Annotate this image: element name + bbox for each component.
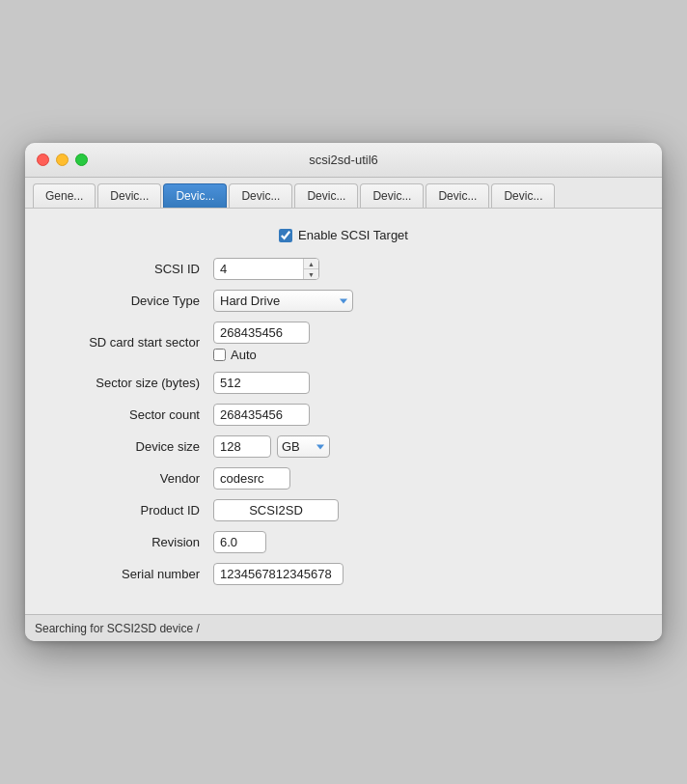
sector-count-label: Sector count [64, 407, 213, 422]
tab-device-4[interactable]: Devic... [294, 183, 358, 208]
close-button[interactable] [37, 154, 49, 166]
vendor-row: Vendor [64, 467, 623, 490]
scsi-id-label: SCSI ID [64, 262, 213, 276]
revision-input[interactable] [213, 531, 266, 553]
tab-device-5[interactable]: Devic... [360, 183, 424, 208]
sector-count-input[interactable] [213, 404, 310, 426]
vendor-input[interactable] [213, 467, 290, 490]
scsi-id-row: SCSI ID ▲ ▼ [64, 258, 623, 280]
enable-row: Enable SCSI Target [64, 228, 623, 242]
main-window: scsi2sd-util6 Gene... Devic... Devic... … [25, 143, 662, 641]
device-type-row: Device Type Hard Drive Removable CDROM F… [64, 290, 623, 312]
tab-device-6[interactable]: Devic... [426, 183, 489, 208]
device-type-label: Device Type [64, 294, 213, 308]
scsi-id-down-arrow[interactable]: ▼ [304, 269, 318, 279]
enable-scsi-target-label: Enable SCSI Target [298, 228, 408, 242]
device-type-select-wrapper: Hard Drive Removable CDROM Floppy [213, 290, 353, 312]
product-id-input[interactable] [213, 499, 339, 521]
sector-size-label: Sector size (bytes) [64, 376, 213, 390]
device-size-unit-select[interactable]: MB GB [277, 435, 330, 458]
serial-number-label: Serial number [64, 567, 213, 581]
vendor-label: Vendor [64, 471, 213, 486]
status-text: Searching for SCSI2SD device / [35, 622, 200, 635]
scsi-id-up-arrow[interactable]: ▲ [304, 259, 318, 269]
serial-number-row: Serial number [64, 563, 623, 585]
device-size-input[interactable] [213, 435, 271, 458]
serial-number-input[interactable] [213, 563, 344, 585]
sd-sector-col: Auto [213, 322, 310, 362]
title-bar: scsi2sd-util6 [25, 143, 662, 178]
unit-select-wrapper: MB GB [277, 435, 330, 458]
revision-label: Revision [64, 535, 213, 549]
tab-device-7[interactable]: Devic... [491, 183, 555, 208]
scsi-id-stepper[interactable]: ▲ ▼ [303, 259, 318, 279]
scsi-id-wrapper: ▲ ▼ [213, 258, 319, 280]
sector-count-row: Sector count [64, 404, 623, 426]
status-bar: Searching for SCSI2SD device / [25, 614, 662, 641]
device-size-label: Device size [64, 439, 213, 454]
tab-general[interactable]: Gene... [33, 183, 96, 208]
auto-row: Auto [213, 348, 310, 362]
maximize-button[interactable] [75, 154, 88, 166]
sector-size-input[interactable] [213, 372, 310, 394]
tab-device-3[interactable]: Devic... [229, 183, 292, 208]
device-type-select[interactable]: Hard Drive Removable CDROM Floppy [213, 290, 353, 312]
tab-device-2[interactable]: Devic... [163, 183, 227, 208]
auto-checkbox[interactable] [213, 349, 226, 361]
revision-row: Revision [64, 531, 623, 553]
product-id-label: Product ID [64, 503, 213, 518]
sd-sector-label: SD card start sector [64, 335, 213, 350]
product-id-row: Product ID [64, 499, 623, 521]
sd-sector-row: SD card start sector Auto [64, 322, 623, 362]
traffic-lights [37, 154, 88, 166]
tabs-bar: Gene... Devic... Devic... Devic... Devic… [25, 178, 662, 209]
sector-size-row: Sector size (bytes) [64, 372, 623, 394]
tab-device-1[interactable]: Devic... [97, 183, 161, 208]
device-size-col: MB GB [213, 435, 330, 458]
auto-label: Auto [231, 348, 257, 362]
device-size-row: Device size MB GB [64, 435, 623, 458]
enable-scsi-target-checkbox[interactable] [279, 229, 292, 242]
sd-sector-input[interactable] [213, 322, 310, 344]
content-area: Enable SCSI Target SCSI ID ▲ ▼ Device Ty… [25, 209, 662, 614]
window-title: scsi2sd-util6 [309, 153, 378, 167]
minimize-button[interactable] [56, 154, 69, 166]
